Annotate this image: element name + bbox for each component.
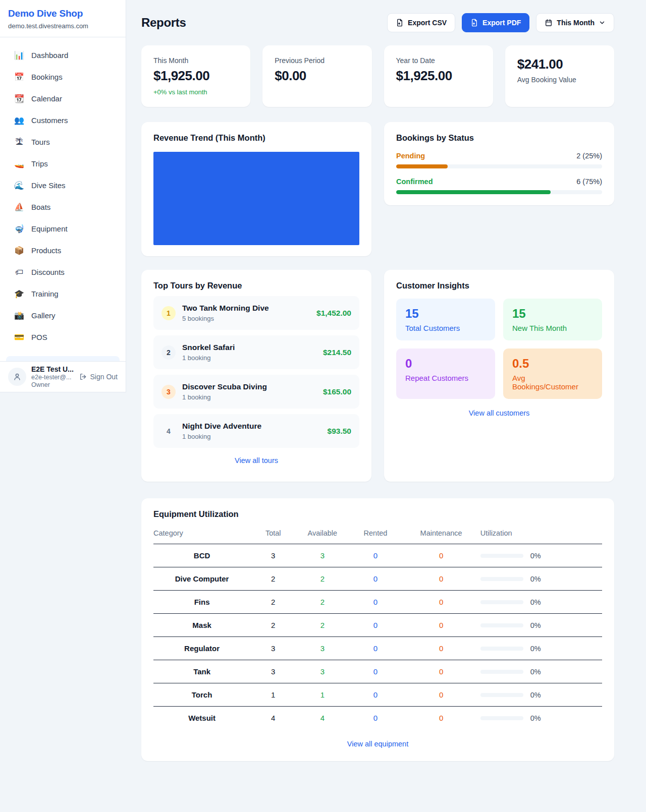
tour-list-item[interactable]: 1 Two Tank Morning Dive 5 bookings $1,45… (153, 296, 359, 330)
status-row-confirmed: Confirmed 6 (75%) (396, 178, 602, 194)
stat-label: Previous Period (275, 56, 359, 65)
sidebar-item-trips[interactable]: 🚤Trips (6, 153, 120, 175)
tour-list-item[interactable]: 2 Snorkel Safari 1 booking $214.50 (153, 335, 359, 369)
speedboat-icon: 🚤 (14, 158, 24, 169)
tour-name: Discover Scuba Diving (182, 382, 267, 391)
status-count: 2 (25%) (576, 152, 602, 160)
charts-row: Revenue Trend (This Month) Bookings by S… (141, 122, 614, 256)
tour-name: Night Dive Adventure (182, 422, 261, 431)
table-row: Mask 2 2 0 0 0% (153, 614, 602, 637)
stat-card-previous-period: Previous Period $0.00 (262, 45, 371, 107)
period-dropdown[interactable]: This Month (536, 13, 614, 32)
chevron-down-icon (599, 19, 606, 26)
table-row: Tank 3 3 0 0 0% (153, 660, 602, 683)
insight-tile-avg-bookings: 0.5 Avg Bookings/Customer (503, 349, 602, 399)
equipment-total: 3 (250, 637, 296, 660)
sidebar-item-boats[interactable]: ⛵Boats (6, 197, 120, 218)
tour-bookings: 1 booking (182, 393, 267, 401)
equipment-rented: 0 (349, 614, 402, 637)
view-all-tours-link[interactable]: View all tours (153, 456, 359, 465)
header-actions: Export CSV Export PDF This Month (387, 13, 614, 32)
column-header: Maintenance (402, 529, 480, 544)
stat-value: $1,925.00 (396, 68, 481, 84)
equipment-available: 1 (296, 683, 349, 707)
stat-label: This Month (153, 56, 238, 65)
customer-insights-title: Customer Insights (396, 281, 602, 291)
equipment-total: 3 (250, 544, 296, 567)
utilization-bar (480, 554, 523, 558)
graduation-cap-icon: 🎓 (14, 288, 24, 300)
rank-badge: 3 (162, 385, 176, 399)
sidebar-item-products[interactable]: 📦Products (6, 240, 120, 261)
sidebar-item-dive-sites[interactable]: 🌊Dive Sites (6, 175, 120, 196)
export-pdf-button[interactable]: Export PDF (462, 13, 529, 32)
tour-list-item[interactable]: 4 Night Dive Adventure 1 booking $93.50 (153, 414, 359, 448)
stat-card-this-month: This Month $1,925.00 +0% vs last month (141, 45, 250, 107)
column-header: Rented (349, 529, 402, 544)
sidebar-item-customers[interactable]: 👥Customers (6, 110, 120, 131)
export-csv-button[interactable]: Export CSV (387, 13, 455, 32)
sidebar-item-training[interactable]: 🎓Training (6, 283, 120, 305)
sidebar-item-label: Dashboard (31, 50, 68, 61)
equipment-maintenance: 0 (402, 544, 480, 567)
insight-label: Repeat Customers (405, 374, 486, 382)
status-count: 6 (75%) (576, 178, 602, 186)
insight-tile-new-this-month: 15 New This Month (503, 299, 602, 340)
customer-insights-card: Customer Insights 15 Total Customers 15 … (384, 270, 614, 482)
insight-tile-total-customers: 15 Total Customers (396, 299, 495, 340)
table-row: BCD 3 3 0 0 0% (153, 544, 602, 567)
equipment-maintenance: 0 (402, 637, 480, 660)
table-row: Regulator 3 3 0 0 0% (153, 637, 602, 660)
equipment-utilization-title: Equipment Utilization (153, 509, 602, 519)
logout-icon (79, 373, 87, 381)
equipment-category: Regulator (153, 637, 250, 660)
calendar-icon (545, 19, 553, 27)
sidebar-item-pos[interactable]: 💳POS (6, 327, 120, 348)
sidebar-item-tours[interactable]: 🏝Tours (6, 132, 120, 153)
sidebar-item-label: Equipment (31, 223, 68, 235)
sign-out-button[interactable]: Sign Out (79, 373, 118, 381)
table-row: Dive Computer 2 2 0 0 0% (153, 567, 602, 591)
utilization-percent: 0% (530, 714, 541, 722)
shop-name[interactable]: Demo Dive Shop (8, 8, 118, 19)
calendar-icon: 📆 (14, 93, 24, 104)
main-content: Reports Export CSV Export PDF This Month… (126, 0, 646, 761)
equipment-rented: 0 (349, 683, 402, 707)
people-icon: 👥 (14, 115, 24, 126)
stat-value: $241.00 (517, 56, 602, 72)
sidebar-item-reports[interactable] (6, 356, 120, 361)
utilization-percent: 0% (530, 575, 541, 583)
diving-mask-icon: 🤿 (14, 223, 24, 235)
sidebar-item-calendar[interactable]: 📆Calendar (6, 88, 120, 109)
equipment-category: BCD (153, 544, 250, 567)
view-all-customers-link[interactable]: View all customers (396, 409, 602, 417)
sidebar-item-dashboard[interactable]: 📊Dashboard (6, 45, 120, 66)
period-label: This Month (557, 19, 595, 27)
shop-domain: demo.test.divestreams.com (8, 22, 118, 30)
sidebar-item-label: Tours (31, 137, 50, 148)
utilization-percent: 0% (530, 621, 541, 629)
tour-list-item[interactable]: 3 Discover Scuba Diving 1 booking $165.0… (153, 375, 359, 409)
equipment-available: 2 (296, 614, 349, 637)
view-all-equipment-link[interactable]: View all equipment (153, 740, 602, 748)
equipment-rented: 0 (349, 637, 402, 660)
sidebar-item-gallery[interactable]: 📸Gallery (6, 305, 120, 326)
equipment-available: 2 (296, 567, 349, 591)
sidebar-item-equipment[interactable]: 🤿Equipment (6, 218, 120, 240)
equipment-category: Dive Computer (153, 567, 250, 591)
sidebar-item-discounts[interactable]: 🏷Discounts (6, 262, 120, 283)
sidebar-item-label: Products (31, 245, 61, 256)
insight-value: 0.5 (512, 357, 593, 371)
sidebar-item-bookings[interactable]: 📅Bookings (6, 67, 120, 88)
top-tours-card: Top Tours by Revenue 1 Two Tank Morning … (141, 270, 371, 482)
bookings-by-status-title: Bookings by Status (396, 133, 602, 143)
equipment-rented: 0 (349, 660, 402, 683)
equipment-total: 2 (250, 567, 296, 591)
column-header: Total (250, 529, 296, 544)
utilization-percent: 0% (530, 668, 541, 676)
equipment-total: 3 (250, 660, 296, 683)
tour-revenue: $93.50 (321, 427, 351, 436)
revenue-trend-card: Revenue Trend (This Month) (141, 122, 371, 256)
revenue-trend-chart (153, 152, 359, 245)
sidebar-item-label: Gallery (31, 310, 56, 321)
